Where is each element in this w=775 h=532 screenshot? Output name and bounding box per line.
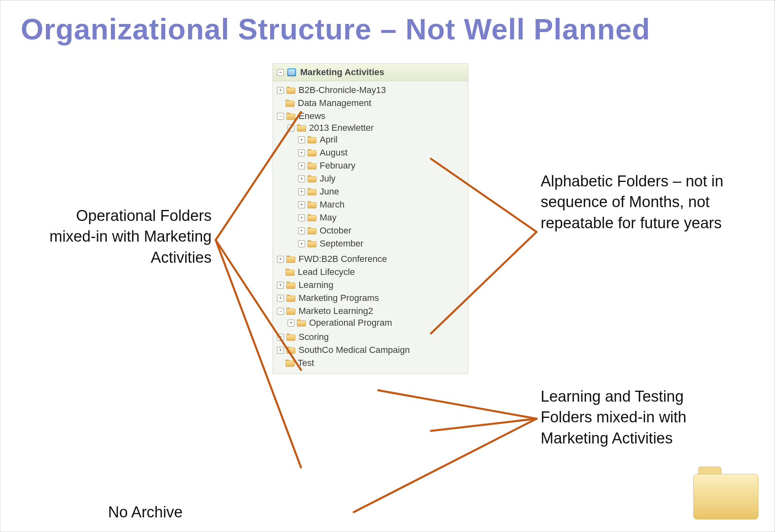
toggle-spacer bbox=[277, 100, 283, 106]
tree-node-label: April bbox=[319, 134, 338, 145]
svg-line-7 bbox=[354, 419, 537, 512]
tree-node-label: August bbox=[319, 147, 349, 158]
tree-node-label: Marketo Learning2 bbox=[298, 306, 374, 316]
tree-node[interactable]: +Learning bbox=[277, 279, 464, 292]
tree-node[interactable]: +July bbox=[298, 172, 464, 185]
slide: { "title": "Organizational Structure – N… bbox=[0, 0, 775, 532]
folder-icon bbox=[307, 240, 316, 247]
expand-icon[interactable]: + bbox=[298, 188, 305, 195]
tree-node-label: October bbox=[319, 225, 352, 236]
folder-icon bbox=[286, 112, 295, 120]
expand-icon[interactable]: + bbox=[288, 320, 294, 327]
tree-node[interactable]: −Enews−2013 Enewletter+April+August+Febr… bbox=[277, 110, 464, 253]
expand-icon[interactable]: + bbox=[298, 227, 305, 234]
tree-root-row[interactable]: − Marketing Activities bbox=[273, 64, 468, 81]
annotation-operational-folders: Operational Folders mixed-in with Market… bbox=[37, 205, 212, 268]
expand-icon[interactable]: + bbox=[298, 136, 305, 143]
folder-icon bbox=[307, 175, 316, 182]
folder-tree-panel: − Marketing Activities +B2B-Chronicle-Ma… bbox=[273, 63, 468, 374]
folder-icon bbox=[307, 162, 316, 169]
tree-node-label: FWD:B2B Conference bbox=[298, 254, 388, 264]
tree-node[interactable]: +Operational Program bbox=[288, 316, 464, 329]
tree-node-label: 2013 Enewletter bbox=[308, 123, 375, 133]
tree-node[interactable]: +Scoring bbox=[277, 331, 464, 344]
folder-icon bbox=[286, 294, 295, 302]
folder-icon bbox=[286, 255, 295, 263]
tree-node-label: Scoring bbox=[298, 332, 330, 342]
expand-icon[interactable]: + bbox=[298, 214, 305, 221]
tree-root-label: Marketing Activities bbox=[299, 67, 385, 78]
annotation-alphabetic-folders: Alphabetic Folders – not in sequence of … bbox=[541, 171, 723, 234]
tree-node[interactable]: +August bbox=[298, 146, 464, 159]
folder-icon bbox=[307, 201, 316, 208]
expand-icon[interactable]: + bbox=[277, 282, 284, 289]
tree-node-label: Enews bbox=[298, 111, 326, 121]
collapse-icon[interactable]: − bbox=[277, 308, 284, 315]
expand-icon[interactable]: + bbox=[277, 295, 284, 302]
folder-icon bbox=[307, 227, 316, 234]
expand-icon[interactable]: + bbox=[277, 334, 284, 341]
folder-icon bbox=[286, 87, 295, 94]
tree-node[interactable]: +March bbox=[298, 198, 464, 211]
tree-node[interactable]: +B2B-Chronicle-May13 bbox=[277, 84, 464, 97]
expand-icon[interactable]: + bbox=[298, 149, 305, 156]
folder-icon bbox=[286, 346, 295, 354]
tree-node[interactable]: +June bbox=[298, 185, 464, 198]
expand-icon[interactable]: + bbox=[298, 162, 305, 169]
folder-icon bbox=[307, 214, 316, 221]
tree-node-label: June bbox=[319, 186, 340, 197]
svg-line-5 bbox=[378, 390, 537, 419]
expand-icon[interactable]: + bbox=[298, 201, 305, 208]
tree-node-label: Data Management bbox=[297, 98, 372, 108]
tree-node-label: B2B-Chronicle-May13 bbox=[298, 85, 387, 95]
annotation-no-archive: No Archive bbox=[108, 502, 230, 523]
tree-node-label: Operational Program bbox=[308, 318, 393, 328]
expand-icon[interactable]: + bbox=[277, 347, 284, 354]
tree-node[interactable]: −Marketo Learning2+Operational Program bbox=[277, 305, 464, 331]
folder-illustration-icon bbox=[693, 467, 758, 519]
collapse-icon[interactable]: − bbox=[277, 113, 284, 120]
folder-icon bbox=[286, 307, 295, 315]
tree-node-label: September bbox=[319, 238, 364, 249]
tree-node[interactable]: Test bbox=[277, 357, 464, 370]
annotation-learning-testing: Learning and Testing Folders mixed-in wi… bbox=[541, 386, 723, 449]
tree-node[interactable]: +April bbox=[298, 133, 464, 146]
expand-icon[interactable]: + bbox=[298, 240, 305, 247]
folder-icon bbox=[286, 281, 295, 289]
folder-icon bbox=[297, 319, 306, 327]
tree-node[interactable]: +October bbox=[298, 224, 464, 237]
folder-icon bbox=[286, 333, 295, 341]
tree-node-label: February bbox=[319, 160, 356, 171]
expand-icon[interactable]: + bbox=[298, 175, 305, 182]
slide-title: Organizational Structure – Not Well Plan… bbox=[21, 13, 754, 46]
folder-icon bbox=[297, 124, 306, 132]
folder-icon bbox=[286, 99, 294, 107]
folder-icon bbox=[286, 268, 294, 276]
tree-node[interactable]: +February bbox=[298, 159, 464, 172]
toggle-spacer bbox=[277, 360, 283, 366]
tree-node[interactable]: +Marketing Programs bbox=[277, 292, 464, 305]
expand-icon[interactable]: + bbox=[277, 87, 284, 94]
expand-icon[interactable]: + bbox=[277, 256, 284, 263]
tree-node[interactable]: Lead Lifecycle bbox=[277, 266, 464, 279]
tree-node[interactable]: +September bbox=[298, 237, 464, 250]
tree-node[interactable]: +SouthCo Medical Campaign bbox=[277, 344, 464, 357]
tree-node-label: SouthCo Medical Campaign bbox=[298, 345, 411, 355]
folder-icon bbox=[286, 359, 294, 367]
tree-node[interactable]: −2013 Enewletter+April+August+February+J… bbox=[288, 121, 464, 251]
tree-node-label: May bbox=[319, 212, 338, 223]
collapse-icon[interactable]: − bbox=[288, 125, 294, 132]
folder-icon bbox=[307, 149, 316, 156]
tree-node[interactable]: +FWD:B2B Conference bbox=[277, 253, 464, 266]
toggle-spacer bbox=[277, 269, 283, 275]
tree-node[interactable]: +May bbox=[298, 211, 464, 224]
tree-node-label: March bbox=[319, 199, 345, 210]
tree-node-label: Lead Lifecycle bbox=[297, 267, 356, 277]
tree-node-label: July bbox=[319, 173, 336, 184]
collapse-icon[interactable]: − bbox=[277, 69, 284, 76]
tree-node[interactable]: Data Management bbox=[277, 97, 464, 110]
svg-line-6 bbox=[431, 419, 537, 431]
tree-body: +B2B-Chronicle-May13Data Management−Enew… bbox=[273, 81, 468, 374]
database-icon bbox=[287, 68, 296, 76]
folder-icon bbox=[307, 136, 316, 143]
